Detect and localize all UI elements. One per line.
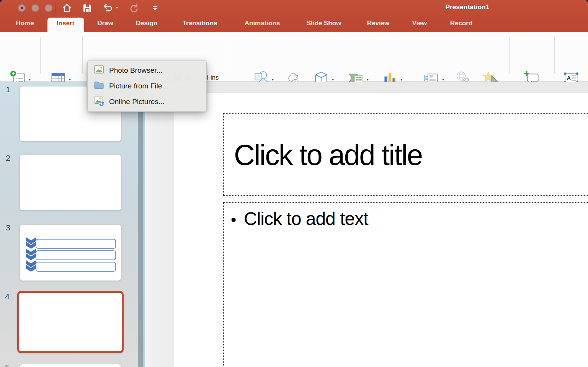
- title-placeholder[interactable]: Click to add title: [223, 113, 588, 196]
- slide-thumbnail-3[interactable]: [20, 224, 121, 281]
- close-dot: [21, 7, 23, 9]
- svg-text:A: A: [567, 75, 571, 81]
- group-divider: [230, 37, 230, 73]
- panel-scrollbar[interactable]: [138, 82, 143, 367]
- save-button[interactable]: [81, 2, 93, 14]
- titlebar-divider: [55, 3, 56, 14]
- tab-draw[interactable]: Draw: [97, 20, 113, 27]
- menu-item-picture-from-file[interactable]: Picture from File...: [88, 78, 206, 94]
- slide-thumbnail-4-selected[interactable]: [17, 291, 124, 353]
- group-divider: [554, 37, 555, 73]
- tab-transitions[interactable]: Transitions: [183, 20, 217, 27]
- tab-view[interactable]: View: [412, 20, 427, 27]
- slide-number: 5: [2, 363, 12, 367]
- shapes-dropdown-arrow[interactable]: ▾: [272, 78, 274, 82]
- menu-item-label: Online Pictures...: [109, 98, 165, 106]
- redo-button-disabled: [128, 2, 140, 14]
- group-divider: [509, 37, 510, 73]
- tab-home[interactable]: Home: [16, 20, 34, 27]
- online-pictures-icon: [94, 96, 104, 108]
- zoom-window-button[interactable]: [45, 4, 52, 12]
- title-bar: ▾ Presentation1 Home Insert Draw Design …: [0, 0, 588, 32]
- folder-icon: [94, 80, 104, 92]
- chart-dropdown-arrow[interactable]: ▾: [400, 78, 402, 82]
- slide-thumbnail-2[interactable]: [20, 155, 121, 210]
- collapse-ribbon-icon: [152, 5, 158, 11]
- undo-button[interactable]: [102, 2, 114, 14]
- 3d-models-dropdown-arrow[interactable]: ▾: [332, 78, 334, 82]
- home-quick-button[interactable]: [61, 2, 73, 14]
- current-slide[interactable]: Click to add title • Click to add text: [174, 93, 588, 367]
- slide-canvas: Click to add title • Click to add text: [147, 82, 588, 367]
- save-icon: [82, 3, 93, 13]
- menu-item-label: Picture from File...: [109, 82, 168, 90]
- tab-insert[interactable]: Insert: [57, 20, 74, 27]
- document-title: Presentation1: [410, 3, 525, 11]
- smartart-dropdown-arrow[interactable]: ▾: [367, 78, 369, 82]
- table-dropdown-arrow[interactable]: ▾: [69, 78, 71, 82]
- body-placeholder-text: Click to add text: [244, 208, 368, 229]
- tab-design[interactable]: Design: [136, 20, 158, 27]
- tab-animations[interactable]: Animations: [245, 20, 280, 27]
- bullet-line: • Click to add text: [224, 203, 588, 229]
- bullet-glyph: •: [231, 211, 236, 228]
- home-icon: [62, 3, 72, 13]
- pictures-dropdown-menu: Photo Browser... Picture from File... On…: [87, 60, 207, 112]
- collapse-ribbon-button[interactable]: [149, 2, 161, 14]
- slide-thumbnail-panel: 1 2 3 4 5: [0, 82, 138, 367]
- content-area: 1 2 3 4 5: [0, 82, 588, 367]
- photo-browser-icon: [94, 64, 104, 77]
- group-divider: [82, 37, 83, 73]
- menu-item-photo-browser[interactable]: Photo Browser...: [88, 62, 206, 78]
- slide-thumbnail-5[interactable]: [20, 364, 121, 367]
- menu-item-label: Photo Browser...: [109, 66, 162, 75]
- slide-number: 2: [3, 153, 13, 163]
- slide-number: 1: [3, 85, 13, 94]
- group-divider: [40, 37, 41, 73]
- tab-review[interactable]: Review: [367, 20, 390, 27]
- chevron-list-diagram: [20, 275, 121, 282]
- undo-icon: [103, 3, 114, 13]
- undo-dropdown-arrow[interactable]: ▾: [116, 6, 118, 10]
- app-window: ▾ Presentation1 Home Insert Draw Design …: [0, 0, 588, 367]
- minimize-window-button[interactable]: [31, 4, 39, 12]
- menu-item-online-pictures[interactable]: Online Pictures...: [88, 94, 206, 109]
- powerpoint-window: ▾ Presentation1 Home Insert Draw Design …: [0, 0, 588, 367]
- zoom-dropdown-arrow[interactable]: ▾: [442, 78, 444, 82]
- new-slide-dropdown-arrow[interactable]: ▾: [29, 78, 31, 82]
- tab-record[interactable]: Record: [450, 20, 473, 27]
- redo-icon: [129, 3, 139, 13]
- title-placeholder-text: Click to add title: [224, 138, 422, 171]
- close-window-button[interactable]: [18, 4, 26, 12]
- slide-number: 3: [3, 223, 13, 232]
- slide-number: 4: [2, 292, 12, 301]
- tab-slide-show[interactable]: Slide Show: [307, 20, 341, 27]
- body-placeholder[interactable]: • Click to add text: [223, 202, 588, 367]
